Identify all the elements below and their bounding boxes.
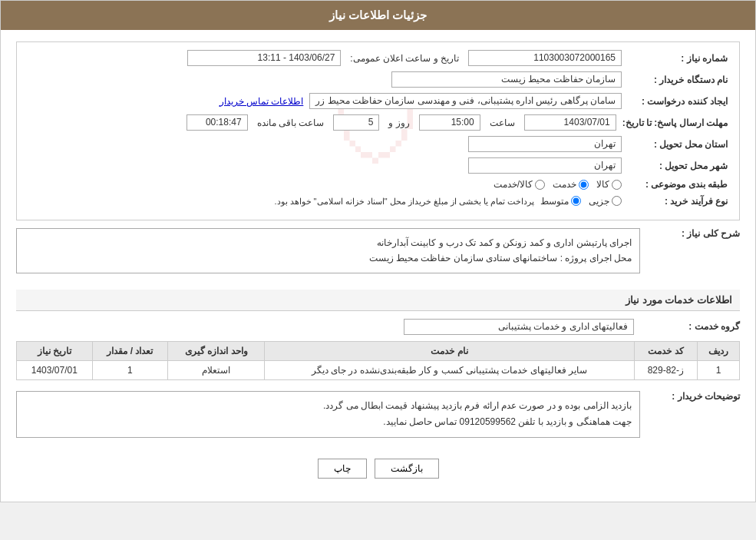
- content-area: 🛡 شماره نیاز : 1103003072000165 تاریخ و …: [1, 30, 755, 502]
- sharh-line1: اجرای پارتیشن اداری و کمد زونکن و کمد تک…: [25, 235, 632, 250]
- tabaqe-label: طبقه بندی موضوعی :: [628, 179, 728, 190]
- toseeh-row: توضیحات خریدار : بازدید الزامی بوده و در…: [16, 391, 740, 447]
- mohlat-row: مهلت ارسال پاسخ: تا تاریخ: 1403/07/01 سا…: [28, 114, 728, 131]
- service-table-body: 1 ز-82-829 سایر فعالیتهای خدمات پشتیبانی…: [17, 360, 740, 379]
- radio-motavaset-item: متوسط: [540, 196, 581, 207]
- ijad-konande-row: ایجاد کننده درخواست : سامان پرگاهی رئیس …: [28, 93, 728, 109]
- cell-name: سایر فعالیتهای خدمات پشتیبانی کسب و کار …: [265, 360, 634, 379]
- shomare-niaz-row: شماره نیاز : 1103003072000165 تاریخ و سا…: [28, 50, 728, 66]
- radio-jazee[interactable]: [612, 196, 622, 206]
- toseeh-label: توضیحات خریدار :: [640, 391, 740, 402]
- shahr-label: شهر محل تحویل :: [628, 161, 728, 171]
- group-service-row: گروه خدمت : فعالیتهای اداری و خدمات پشتی…: [16, 319, 740, 335]
- nam-dastgah-row: نام دستگاه خریدار : سازمان حفاظت محیط زی…: [28, 71, 728, 88]
- radio-kala-khedmat[interactable]: [535, 180, 545, 190]
- service-table-head: ردیف کد خدمت نام خدمت واحد اندازه گیری ت…: [17, 341, 740, 360]
- khadamat-section-title: اطلاعات خدمات مورد نیاز: [16, 290, 740, 311]
- noe-farayand-label: نوع فرآیند خرید :: [628, 196, 728, 207]
- radio-kala-khedmat-item: کالا/خدمت: [494, 179, 545, 190]
- tabaqe-radio-group: کالا خدمت کالا/خدمت: [494, 179, 622, 190]
- toseeh-line1: بازدید الزامی بوده و در صورت عدم ارائه ف…: [25, 398, 632, 415]
- cell-kod: ز-82-829: [634, 360, 697, 379]
- print-button[interactable]: چاپ: [318, 459, 367, 479]
- radio-motavaset[interactable]: [571, 196, 581, 206]
- tarikh-value: 1403/06/27 - 13:11: [187, 50, 341, 66]
- main-info-block: 🛡 شماره نیاز : 1103003072000165 تاریخ و …: [16, 41, 740, 220]
- back-button[interactable]: بازگشت: [375, 459, 439, 479]
- action-buttons: بازگشت چاپ: [16, 459, 740, 479]
- radio-khedmat-item: خدمت: [553, 179, 589, 190]
- shomare-niaz-label: شماره نیاز :: [628, 53, 728, 64]
- sharh-row: شرح کلی نیاز : اجرای پارتیشن اداری و کمد…: [16, 228, 740, 273]
- sharh-label: شرح کلی نیاز :: [640, 228, 740, 239]
- ostan-label: استان محل تحویل :: [628, 139, 728, 150]
- table-row: 1 ز-82-829 سایر فعالیتهای خدمات پشتیبانی…: [17, 360, 740, 379]
- col-kod: کد خدمت: [634, 341, 697, 360]
- shomare-niaz-value: 1103003072000165: [468, 50, 622, 66]
- noe-farayand-radio-group: جزیی متوسط: [540, 196, 622, 207]
- radio-kala-label: کالا: [596, 179, 609, 190]
- col-tarikh: تاریخ نیاز: [17, 341, 93, 360]
- radio-jazee-label: جزیی: [589, 196, 609, 207]
- group-value: فعالیتهای اداری و خدمات پشتیبانی: [404, 319, 634, 335]
- mohlat-time-label: ساعت: [490, 118, 515, 128]
- mohlat-label: مهلت ارسال پاسخ: تا تاریخ:: [622, 118, 728, 128]
- mohlat-saat-mande-label: ساعت باقی مانده: [257, 118, 325, 128]
- radio-kala-item: کالا: [596, 179, 622, 190]
- ijad-konande-link[interactable]: اطلاعات تماس خریدار: [220, 96, 304, 107]
- nam-dastgah-label: نام دستگاه خریدار :: [628, 75, 728, 85]
- radio-kala-khedmat-label: کالا/خدمت: [494, 179, 533, 190]
- table-header-row: ردیف کد خدمت نام خدمت واحد اندازه گیری ت…: [17, 341, 740, 360]
- service-table: ردیف کد خدمت نام خدمت واحد اندازه گیری ت…: [16, 341, 740, 380]
- page-header: جزئیات اطلاعات نیاز: [1, 1, 755, 30]
- nam-dastgah-value: سازمان حفاظت محیط زیست: [391, 71, 622, 88]
- ostan-row: استان محل تحویل : تهران: [28, 136, 728, 152]
- radio-motavaset-label: متوسط: [540, 196, 569, 207]
- col-radif: ردیف: [698, 341, 740, 360]
- col-vahed: واحد اندازه گیری: [168, 341, 265, 360]
- radio-kala[interactable]: [612, 180, 622, 190]
- sharh-line2: محل اجرای پروژه : ساختمانهای ستادی سازما…: [25, 250, 632, 266]
- radio-khedmat[interactable]: [579, 180, 589, 190]
- mohlat-time: 15:00: [419, 114, 480, 131]
- group-label: گروه خدمت :: [640, 321, 740, 332]
- cell-tedad: 1: [92, 360, 168, 379]
- ijad-konande-label: ایجاد کننده درخواست :: [628, 96, 728, 107]
- ijad-konande-value: سامان پرگاهی رئیس اداره پشتیبانی، فنی و …: [309, 93, 622, 109]
- toseeh-line2: جهت هماهنگی و بازدید با تلفن 09120599562…: [25, 414, 632, 431]
- tarikh-label: تاریخ و ساعت اعلان عمومی:: [350, 53, 459, 64]
- radio-jazee-item: جزیی: [589, 196, 622, 207]
- mohlat-saat-mande: 00:18:47: [187, 114, 248, 131]
- cell-vahed: استعلام: [168, 360, 265, 379]
- page-wrapper: جزئیات اطلاعات نیاز 🛡 شماره نیاز : 11030…: [0, 0, 756, 502]
- mohlat-date: 1403/07/01: [524, 114, 616, 131]
- radio-khedmat-label: خدمت: [553, 179, 576, 190]
- toseeh-block: بازدید الزامی بوده و در صورت عدم ارائه ف…: [16, 391, 640, 438]
- col-name: نام خدمت: [265, 341, 634, 360]
- mohlat-roz-label: روز و: [388, 118, 409, 128]
- shahr-value: تهران: [468, 157, 622, 174]
- page-title: جزئیات اطلاعات نیاز: [329, 8, 427, 22]
- tabaqe-row: طبقه بندی موضوعی : کالا خدمت کالا/خدمت: [28, 179, 728, 190]
- shahr-row: شهر محل تحویل : تهران: [28, 157, 728, 174]
- cell-radif: 1: [698, 360, 740, 379]
- noe-farayand-row: نوع فرآیند خرید : جزیی متوسط پرداخت تمام…: [28, 195, 728, 207]
- cell-tarikh: 1403/07/01: [17, 360, 93, 379]
- col-tedad: تعداد / مقدار: [92, 341, 168, 360]
- sharh-block: اجرای پارتیشن اداری و کمد زونکن و کمد تک…: [16, 228, 640, 273]
- mohlat-roz: 5: [333, 114, 379, 131]
- ostan-value: تهران: [468, 136, 622, 152]
- noe-farayand-notice: پرداخت تمام یا بخشی از مبلغ خریداز محل "…: [274, 197, 534, 207]
